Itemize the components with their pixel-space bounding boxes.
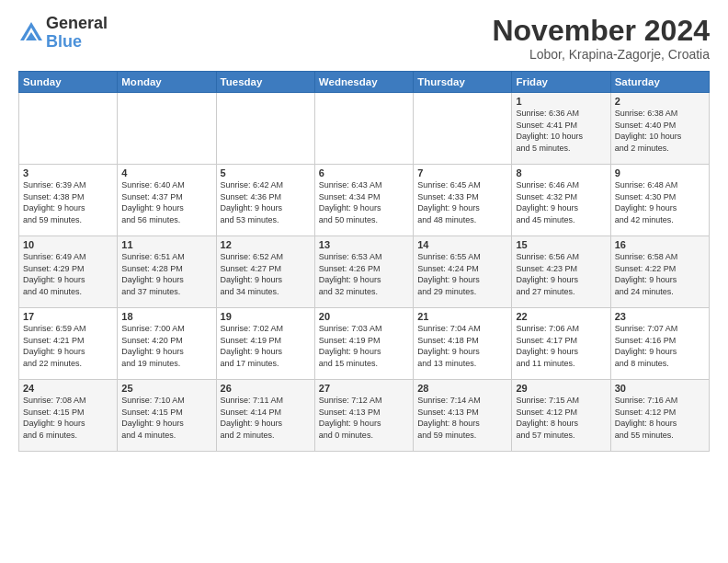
day-info: Sunrise: 7:10 AM Sunset: 4:15 PM Dayligh…: [121, 395, 211, 441]
day-info: Sunrise: 7:14 AM Sunset: 4:13 PM Dayligh…: [417, 395, 507, 441]
title-block: November 2024 Lobor, Krapina-Zagorje, Cr…: [492, 15, 710, 62]
day-number: 21: [417, 311, 507, 322]
calendar-cell: 17Sunrise: 6:59 AM Sunset: 4:21 PM Dayli…: [19, 308, 118, 380]
calendar-cell: 19Sunrise: 7:02 AM Sunset: 4:19 PM Dayli…: [216, 308, 314, 380]
calendar-week-1: 3Sunrise: 6:39 AM Sunset: 4:38 PM Daylig…: [19, 165, 710, 236]
calendar-cell: 20Sunrise: 7:03 AM Sunset: 4:19 PM Dayli…: [314, 308, 413, 380]
col-friday: Friday: [512, 72, 610, 93]
calendar-body: 1Sunrise: 6:36 AM Sunset: 4:41 PM Daylig…: [19, 93, 710, 452]
day-number: 30: [615, 383, 705, 394]
day-info: Sunrise: 6:59 AM Sunset: 4:21 PM Dayligh…: [23, 323, 113, 369]
calendar-cell: [216, 93, 314, 165]
day-number: 24: [23, 383, 113, 394]
month-title: November 2024: [492, 15, 710, 47]
calendar-cell: 25Sunrise: 7:10 AM Sunset: 4:15 PM Dayli…: [118, 380, 216, 452]
day-number: 4: [121, 167, 211, 178]
day-info: Sunrise: 7:08 AM Sunset: 4:15 PM Dayligh…: [23, 395, 113, 441]
day-info: Sunrise: 6:39 AM Sunset: 4:38 PM Dayligh…: [23, 179, 113, 225]
day-number: 19: [221, 311, 311, 322]
day-info: Sunrise: 7:02 AM Sunset: 4:19 PM Dayligh…: [221, 323, 311, 369]
day-info: Sunrise: 6:52 AM Sunset: 4:27 PM Dayligh…: [221, 251, 311, 297]
calendar-week-3: 17Sunrise: 6:59 AM Sunset: 4:21 PM Dayli…: [19, 308, 710, 380]
day-info: Sunrise: 6:36 AM Sunset: 4:41 PM Dayligh…: [516, 108, 606, 154]
day-info: Sunrise: 6:42 AM Sunset: 4:36 PM Dayligh…: [221, 179, 311, 225]
calendar-cell: 11Sunrise: 6:51 AM Sunset: 4:28 PM Dayli…: [118, 236, 216, 308]
calendar-cell: 7Sunrise: 6:45 AM Sunset: 4:33 PM Daylig…: [414, 165, 512, 236]
day-number: 16: [615, 239, 705, 250]
day-number: 29: [516, 383, 606, 394]
day-number: 27: [319, 383, 409, 394]
calendar-cell: 26Sunrise: 7:11 AM Sunset: 4:14 PM Dayli…: [216, 380, 314, 452]
calendar-cell: 30Sunrise: 7:16 AM Sunset: 4:12 PM Dayli…: [610, 380, 709, 452]
calendar-cell: 29Sunrise: 7:15 AM Sunset: 4:12 PM Dayli…: [512, 380, 610, 452]
day-info: Sunrise: 6:55 AM Sunset: 4:24 PM Dayligh…: [417, 251, 507, 297]
header-row: Sunday Monday Tuesday Wednesday Thursday…: [19, 72, 710, 93]
day-info: Sunrise: 7:15 AM Sunset: 4:12 PM Dayligh…: [516, 395, 606, 441]
day-info: Sunrise: 6:46 AM Sunset: 4:32 PM Dayligh…: [516, 179, 606, 225]
calendar-cell: 27Sunrise: 7:12 AM Sunset: 4:13 PM Dayli…: [314, 380, 413, 452]
col-tuesday: Tuesday: [216, 72, 314, 93]
calendar-cell: [414, 93, 512, 165]
calendar-cell: 14Sunrise: 6:55 AM Sunset: 4:24 PM Dayli…: [414, 236, 512, 308]
calendar-cell: 15Sunrise: 6:56 AM Sunset: 4:23 PM Dayli…: [512, 236, 610, 308]
calendar-week-0: 1Sunrise: 6:36 AM Sunset: 4:41 PM Daylig…: [19, 93, 710, 165]
calendar-cell: 12Sunrise: 6:52 AM Sunset: 4:27 PM Dayli…: [216, 236, 314, 308]
calendar-cell: 3Sunrise: 6:39 AM Sunset: 4:38 PM Daylig…: [19, 165, 118, 236]
day-number: 23: [615, 311, 705, 322]
logo-blue-text: Blue: [46, 33, 108, 52]
day-number: 20: [319, 311, 409, 322]
day-number: 28: [417, 383, 507, 394]
calendar-cell: 2Sunrise: 6:38 AM Sunset: 4:40 PM Daylig…: [610, 93, 709, 165]
day-number: 22: [516, 311, 606, 322]
day-info: Sunrise: 6:53 AM Sunset: 4:26 PM Dayligh…: [319, 251, 409, 297]
calendar-cell: 22Sunrise: 7:06 AM Sunset: 4:17 PM Dayli…: [512, 308, 610, 380]
day-info: Sunrise: 6:58 AM Sunset: 4:22 PM Dayligh…: [615, 251, 705, 297]
day-number: 14: [417, 239, 507, 250]
calendar-cell: 28Sunrise: 7:14 AM Sunset: 4:13 PM Dayli…: [414, 380, 512, 452]
calendar-header: Sunday Monday Tuesday Wednesday Thursday…: [19, 72, 710, 93]
calendar-cell: 6Sunrise: 6:43 AM Sunset: 4:34 PM Daylig…: [314, 165, 413, 236]
calendar-cell: [19, 93, 118, 165]
calendar-table: Sunday Monday Tuesday Wednesday Thursday…: [18, 71, 710, 452]
day-info: Sunrise: 7:11 AM Sunset: 4:14 PM Dayligh…: [221, 395, 311, 441]
calendar-cell: 18Sunrise: 7:00 AM Sunset: 4:20 PM Dayli…: [118, 308, 216, 380]
day-number: 1: [516, 96, 606, 107]
day-info: Sunrise: 7:04 AM Sunset: 4:18 PM Dayligh…: [417, 323, 507, 369]
calendar-cell: [118, 93, 216, 165]
day-number: 11: [121, 239, 211, 250]
day-number: 7: [417, 167, 507, 178]
col-sunday: Sunday: [19, 72, 118, 93]
calendar-cell: 4Sunrise: 6:40 AM Sunset: 4:37 PM Daylig…: [118, 165, 216, 236]
day-number: 25: [121, 383, 211, 394]
col-thursday: Thursday: [414, 72, 512, 93]
day-number: 18: [121, 311, 211, 322]
calendar-cell: 8Sunrise: 6:46 AM Sunset: 4:32 PM Daylig…: [512, 165, 610, 236]
day-info: Sunrise: 6:40 AM Sunset: 4:37 PM Dayligh…: [121, 179, 211, 225]
calendar-cell: 10Sunrise: 6:49 AM Sunset: 4:29 PM Dayli…: [19, 236, 118, 308]
day-info: Sunrise: 6:43 AM Sunset: 4:34 PM Dayligh…: [319, 179, 409, 225]
day-number: 10: [23, 239, 113, 250]
day-info: Sunrise: 6:49 AM Sunset: 4:29 PM Dayligh…: [23, 251, 113, 297]
calendar-cell: 1Sunrise: 6:36 AM Sunset: 4:41 PM Daylig…: [512, 93, 610, 165]
day-info: Sunrise: 7:16 AM Sunset: 4:12 PM Dayligh…: [615, 395, 705, 441]
calendar-cell: 24Sunrise: 7:08 AM Sunset: 4:15 PM Dayli…: [19, 380, 118, 452]
day-number: 5: [221, 167, 311, 178]
day-info: Sunrise: 7:06 AM Sunset: 4:17 PM Dayligh…: [516, 323, 606, 369]
day-info: Sunrise: 6:48 AM Sunset: 4:30 PM Dayligh…: [615, 179, 705, 225]
day-info: Sunrise: 7:03 AM Sunset: 4:19 PM Dayligh…: [319, 323, 409, 369]
day-info: Sunrise: 6:56 AM Sunset: 4:23 PM Dayligh…: [516, 251, 606, 297]
col-saturday: Saturday: [610, 72, 709, 93]
day-number: 12: [221, 239, 311, 250]
logo-icon: [18, 20, 44, 46]
col-monday: Monday: [118, 72, 216, 93]
calendar-cell: 5Sunrise: 6:42 AM Sunset: 4:36 PM Daylig…: [216, 165, 314, 236]
day-info: Sunrise: 6:51 AM Sunset: 4:28 PM Dayligh…: [121, 251, 211, 297]
calendar-cell: 23Sunrise: 7:07 AM Sunset: 4:16 PM Dayli…: [610, 308, 709, 380]
calendar-cell: 13Sunrise: 6:53 AM Sunset: 4:26 PM Dayli…: [314, 236, 413, 308]
day-number: 15: [516, 239, 606, 250]
day-number: 8: [516, 167, 606, 178]
col-wednesday: Wednesday: [314, 72, 413, 93]
day-info: Sunrise: 6:38 AM Sunset: 4:40 PM Dayligh…: [615, 108, 705, 154]
header: General Blue November 2024 Lobor, Krapin…: [18, 15, 710, 62]
logo: General Blue: [18, 15, 108, 52]
